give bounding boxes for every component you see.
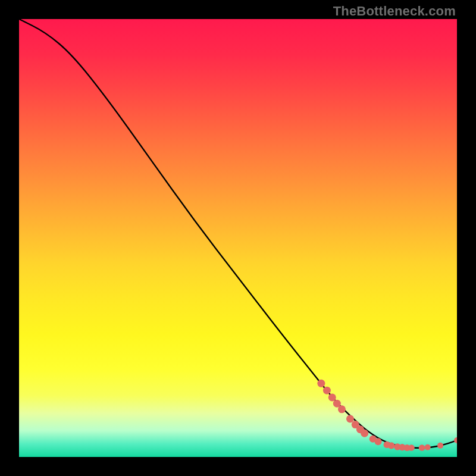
data-marker: [375, 438, 382, 445]
data-marker: [323, 387, 331, 394]
watermark-text: TheBottleneck.com: [333, 4, 456, 19]
data-marker: [425, 444, 431, 450]
data-marker: [388, 442, 394, 449]
data-marker: [437, 443, 443, 449]
data-marker: [454, 437, 457, 443]
data-marker: [361, 430, 368, 437]
plot-area: [19, 19, 457, 457]
data-markers: [317, 380, 457, 451]
chart-stage: TheBottleneck.com: [0, 0, 476, 476]
data-marker: [419, 444, 425, 451]
data-marker: [346, 415, 354, 422]
data-marker: [338, 405, 346, 413]
data-marker: [317, 380, 325, 387]
chart-overlay: [19, 19, 457, 457]
data-marker: [328, 393, 336, 401]
data-marker: [408, 444, 415, 451]
bottleneck-curve: [19, 19, 457, 448]
